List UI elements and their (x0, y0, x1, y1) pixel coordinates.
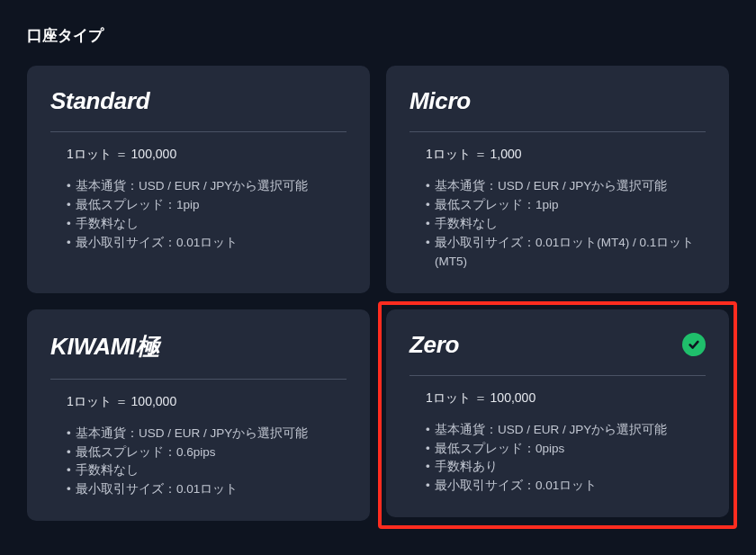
card-bullets: 基本通貨：USD / EUR / JPYから選択可能 最低スプレッド：1pip … (67, 177, 346, 253)
card-bullets: 基本通貨：USD / EUR / JPYから選択可能 最低スプレッド：1pip … (426, 177, 706, 272)
account-card-micro[interactable]: Micro 1ロット ＝ 1,000 基本通貨：USD / EUR / JPYか… (386, 66, 729, 293)
card-bullet: 最低スプレッド：1pip (426, 196, 706, 215)
card-bullet: 基本通貨：USD / EUR / JPYから選択可能 (426, 177, 706, 196)
divider (410, 131, 706, 132)
card-title: Zero (410, 331, 459, 359)
card-bullets: 基本通貨：USD / EUR / JPYから選択可能 最低スプレッド：0pips… (426, 421, 706, 497)
card-title: Micro (410, 87, 471, 115)
card-bullet: 基本通貨：USD / EUR / JPYから選択可能 (67, 177, 346, 196)
highlight-annotation: Zero 1ロット ＝ 100,000 基本通貨：USD / EUR / JPY… (378, 301, 737, 530)
card-bullets: 基本通貨：USD / EUR / JPYから選択可能 最低スプレッド：0.6pi… (67, 425, 346, 500)
account-card-standard[interactable]: Standard 1ロット ＝ 100,000 基本通貨：USD / EUR /… (27, 66, 370, 293)
account-type-cards: Standard 1ロット ＝ 100,000 基本通貨：USD / EUR /… (27, 66, 729, 521)
card-lot: 1ロット ＝ 100,000 (67, 147, 346, 163)
card-bullet: 最低スプレッド：0pips (426, 440, 706, 459)
account-card-zero[interactable]: Zero 1ロット ＝ 100,000 基本通貨：USD / EUR / JPY… (386, 309, 729, 518)
card-bullet: 手数料なし (426, 215, 706, 234)
page-title: 口座タイプ (27, 25, 729, 46)
card-bullet: 最小取引サイズ：0.01ロット(MT4) / 0.1ロット(MT5) (426, 234, 706, 272)
card-title: Standard (50, 87, 149, 115)
card-bullet: 最低スプレッド：1pip (67, 196, 346, 215)
divider (50, 131, 346, 132)
selected-check-icon (682, 333, 706, 356)
card-bullet: 最小取引サイズ：0.01ロット (67, 480, 346, 499)
divider (50, 379, 346, 380)
card-lot: 1ロット ＝ 100,000 (426, 390, 706, 407)
card-bullet: 基本通貨：USD / EUR / JPYから選択可能 (426, 421, 706, 440)
card-lot: 1ロット ＝ 1,000 (426, 147, 706, 163)
card-bullet: 最小取引サイズ：0.01ロット (426, 477, 706, 496)
card-bullet: 手数料なし (67, 461, 346, 480)
account-card-kiwami[interactable]: KIWAMI極 1ロット ＝ 100,000 基本通貨：USD / EUR / … (27, 309, 370, 522)
card-bullet: 手数料あり (426, 458, 706, 477)
card-bullet: 最低スプレッド：0.6pips (67, 443, 346, 462)
card-lot: 1ロット ＝ 100,000 (67, 394, 346, 410)
card-bullet: 基本通貨：USD / EUR / JPYから選択可能 (67, 425, 346, 443)
card-bullet: 手数料なし (67, 215, 346, 234)
card-bullet: 最小取引サイズ：0.01ロット (67, 234, 346, 253)
card-title: KIWAMI極 (50, 331, 159, 363)
divider (410, 375, 706, 376)
